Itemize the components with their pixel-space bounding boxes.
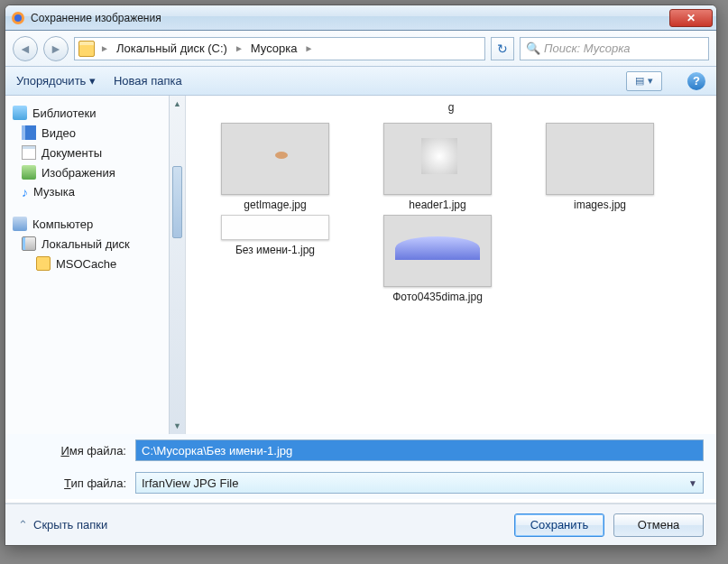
- refresh-button[interactable]: ↻: [491, 37, 514, 60]
- stray-caption: g: [198, 101, 704, 114]
- chevron-down-icon: ▼: [688, 478, 697, 488]
- back-button[interactable]: ◄: [13, 36, 38, 61]
- breadcrumb-sep: ►: [233, 43, 245, 53]
- search-input[interactable]: 🔍 Поиск: Мусорка: [520, 37, 709, 60]
- file-thumbnail: [383, 215, 492, 287]
- save-button[interactable]: Сохранить: [514, 513, 604, 537]
- dialog-footer: ⌃ Скрыть папки Сохранить Отмена: [5, 504, 716, 545]
- tree-images[interactable]: Изображения: [9, 162, 165, 182]
- filetype-row: Тип файла: IrfanView JPG File ▼: [5, 467, 716, 499]
- breadcrumb-sep: ►: [98, 43, 111, 53]
- window-title: Сохранение изображения: [31, 12, 669, 24]
- file-thumbnail: [221, 123, 329, 195]
- music-icon: ♪: [22, 186, 28, 199]
- navigation-panel: Библиотеки Видео Документы Изображения: [5, 96, 186, 434]
- breadcrumb[interactable]: Локальный диск (C:): [111, 38, 233, 60]
- filename-input[interactable]: [135, 439, 704, 461]
- breadcrumb[interactable]: Мусорка: [245, 38, 303, 60]
- filetype-combo[interactable]: IrfanView JPG File ▼: [135, 472, 704, 494]
- tree-localdisk[interactable]: Локальный диск: [9, 234, 165, 254]
- content-area: Библиотеки Видео Документы Изображения: [5, 96, 716, 434]
- drive-icon: [22, 236, 36, 251]
- file-item[interactable]: Без имени-1.jpg: [198, 215, 352, 303]
- tree-libraries[interactable]: Библиотеки: [9, 103, 165, 123]
- tree-video[interactable]: Видео: [9, 123, 165, 143]
- filetype-label: Тип файла:: [18, 476, 126, 490]
- cancel-button[interactable]: Отмена: [613, 513, 704, 537]
- nav-bar: ◄ ► ► Локальный диск (C:) ► Мусорка ► ↻ …: [5, 31, 716, 67]
- file-name: Фото0435dima.jpg: [392, 291, 483, 303]
- tree-documents[interactable]: Документы: [9, 143, 165, 162]
- file-name: getImage.jpg: [244, 199, 306, 211]
- organize-button[interactable]: Упорядочить ▾: [16, 74, 96, 88]
- file-item[interactable]: getImage.jpg: [198, 123, 352, 211]
- save-dialog-window: Сохранение изображения ✕ ◄ ► ► Локальный…: [5, 5, 717, 546]
- documents-icon: [22, 145, 36, 160]
- folder-icon: [36, 256, 51, 271]
- computer-icon: [13, 217, 27, 231]
- file-item[interactable]: header1.jpg: [361, 123, 514, 211]
- help-button[interactable]: ?: [687, 72, 705, 90]
- svg-point-1: [14, 14, 22, 22]
- file-thumbnail: [546, 123, 654, 195]
- file-name: header1.jpg: [409, 199, 465, 211]
- filetype-value: IrfanView JPG File: [142, 476, 238, 490]
- chevron-up-icon: ⌃: [18, 518, 28, 532]
- address-bar[interactable]: ► Локальный диск (C:) ► Мусорка ►: [74, 37, 485, 60]
- filename-label: ИИмя файла:мя файла:: [18, 444, 126, 458]
- search-placeholder: Поиск: Мусорка: [544, 42, 631, 55]
- file-thumbnail: [221, 215, 329, 240]
- file-grid[interactable]: g getImage.jpg header1.jpg images.jpg Бе…: [186, 96, 716, 434]
- search-icon: 🔍: [526, 42, 540, 55]
- file-name: images.jpg: [574, 199, 626, 211]
- scroll-thumb[interactable]: [172, 166, 182, 238]
- libraries-icon: [13, 106, 27, 120]
- nav-scrollbar[interactable]: ▲ ▼: [169, 96, 185, 434]
- forward-button[interactable]: ►: [43, 36, 69, 61]
- navigation-tree: Библиотеки Видео Документы Изображения: [5, 96, 169, 434]
- scroll-up-button[interactable]: ▲: [170, 96, 185, 112]
- tree-computer[interactable]: Компьютер: [9, 214, 165, 234]
- tree-msocache[interactable]: MSOCache: [9, 254, 165, 273]
- breadcrumb-sep: ►: [302, 43, 315, 53]
- filename-row: ИИмя файла:мя файла:: [5, 434, 716, 467]
- firefox-icon: [11, 11, 25, 25]
- view-mode-button[interactable]: ▤ ▾: [626, 71, 662, 91]
- images-icon: [22, 165, 36, 180]
- video-icon: [22, 125, 36, 140]
- folder-icon: [78, 41, 95, 57]
- scroll-down-button[interactable]: ▼: [170, 418, 185, 434]
- tree-music[interactable]: ♪ Музыка: [9, 182, 165, 201]
- toolbar: Упорядочить ▾ Новая папка ▤ ▾ ?: [5, 67, 716, 96]
- close-button[interactable]: ✕: [669, 9, 713, 27]
- hide-folders-link[interactable]: ⌃ Скрыть папки: [18, 518, 107, 532]
- file-item[interactable]: images.jpg: [523, 123, 677, 211]
- file-thumbnail: [383, 123, 492, 195]
- new-folder-button[interactable]: Новая папка: [114, 74, 182, 88]
- file-item[interactable]: Фото0435dima.jpg: [361, 215, 514, 303]
- titlebar[interactable]: Сохранение изображения ✕: [5, 5, 716, 31]
- file-name: Без имени-1.jpg: [235, 244, 315, 256]
